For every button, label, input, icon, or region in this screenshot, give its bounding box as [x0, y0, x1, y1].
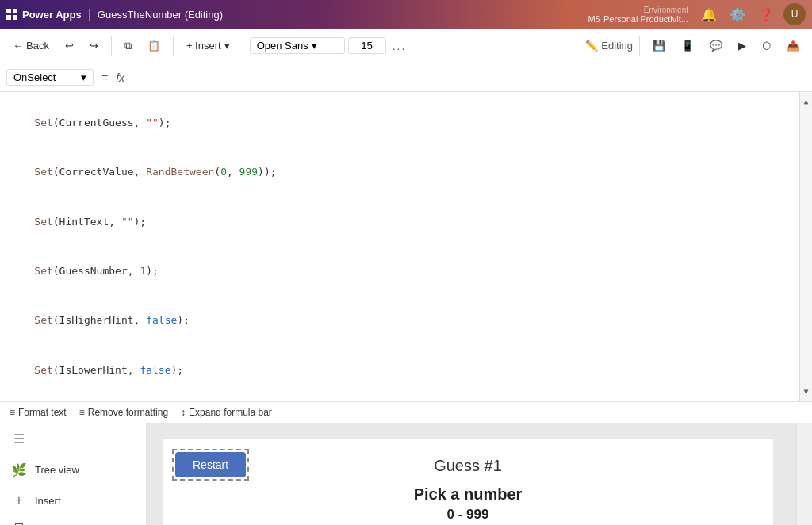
remove-formatting-label: Remove formatting: [88, 407, 168, 418]
code-toolbar: ≡ Format text ≡ Remove formatting ↕ Expa…: [0, 402, 812, 423]
undo-button[interactable]: ↩: [59, 36, 80, 55]
code-scrollbar: ▲ ▼: [799, 92, 812, 401]
paste-icon: 📋: [147, 40, 160, 52]
insert-chevron-icon: ▾: [224, 40, 230, 52]
env-label: Environment: [588, 6, 688, 14]
insert-icon: +: [11, 493, 27, 508]
font-name: Open Sans: [257, 40, 308, 52]
top-bar: Power Apps | GuessTheNumber (Editing) En…: [0, 0, 812, 29]
avatar[interactable]: U: [783, 3, 806, 25]
formula-selector-value: OnSelect: [13, 71, 56, 83]
help-icon[interactable]: ❓: [755, 3, 777, 25]
formula-bar: OnSelect ▾ = fx: [0, 63, 812, 92]
font-chevron-icon: ▾: [312, 40, 317, 52]
env-name: MS Personal Productivit...: [588, 14, 688, 24]
top-bar-right: Environment MS Personal Productivit... 🔔…: [588, 3, 806, 25]
grid-icon: [6, 9, 17, 20]
editing-badge: ✏️ Editing: [585, 40, 633, 52]
title-separator: |: [88, 7, 91, 21]
play-button[interactable]: ▶: [732, 36, 753, 55]
sep2: [173, 36, 174, 56]
format-text-label: Format text: [18, 407, 67, 418]
pick-number-label: Pick a number: [163, 485, 773, 504]
toolbar-right: ✏️ Editing 💾 📱 💬 ▶ ⬡ 📤: [585, 36, 806, 56]
settings-icon[interactable]: ⚙️: [726, 3, 749, 25]
code-line-1: Set(CurrentGuess, "");: [10, 98, 796, 148]
sidebar: ☰ 🌿 Tree view + Insert 🗄 Data 🖼 Media ⚡ …: [0, 423, 147, 525]
top-bar-icons: 🔔 ⚙️ ❓ U: [698, 3, 806, 25]
code-line-4: Set(GuessNumber, 1);: [10, 247, 796, 296]
code-line-3: Set(HintText, "");: [10, 197, 796, 247]
sidebar-label-insert: Insert: [35, 495, 61, 507]
expand-formula-button[interactable]: ↕ Expand formula bar: [181, 405, 272, 420]
equals-sign: =: [98, 71, 111, 84]
sep4: [639, 36, 640, 56]
guess-title: Guess #1: [163, 457, 773, 475]
canvas-area: Restart Guess #1 Pick a number 0 - 999 7…: [147, 423, 812, 525]
redo-icon: ↪: [90, 40, 98, 52]
sidebar-label-tree-view: Tree view: [35, 464, 79, 476]
more-options[interactable]: ...: [389, 36, 410, 56]
format-text-button[interactable]: ≡ Format text: [10, 405, 67, 420]
sep3: [243, 36, 243, 56]
code-editor[interactable]: Set(CurrentGuess, ""); Set(CorrectValue,…: [0, 92, 812, 402]
fx-symbol: fx: [116, 71, 124, 84]
canvas-surface[interactable]: Restart Guess #1 Pick a number 0 - 999 7…: [163, 439, 773, 525]
sidebar-item-hamburger[interactable]: ☰: [0, 423, 146, 454]
project-title: GuessTheNumber (Editing): [98, 9, 223, 21]
insert-label: + Insert: [186, 40, 221, 52]
environment-info: Environment MS Personal Productivit...: [588, 6, 688, 24]
code-line-2: Set(CorrectValue, RandBetween(0, 999));: [10, 148, 796, 197]
sidebar-item-tree-view[interactable]: 🌿 Tree view: [0, 454, 146, 485]
share-button[interactable]: ⬡: [756, 36, 777, 55]
phone-preview-button[interactable]: 📱: [675, 36, 700, 55]
app-name: Power Apps: [22, 9, 82, 21]
redo-button[interactable]: ↪: [83, 36, 105, 55]
insert-button[interactable]: + Insert ▾: [180, 36, 236, 55]
paste-button[interactable]: 📋: [141, 36, 167, 55]
pencil-icon: ✏️: [585, 40, 598, 52]
expand-formula-icon: ↕: [181, 407, 186, 418]
tree-view-icon: 🌿: [11, 462, 27, 477]
expand-formula-label: Expand formula bar: [189, 407, 272, 418]
remove-formatting-button[interactable]: ≡ Remove formatting: [79, 405, 168, 420]
editing-label: Editing: [601, 40, 633, 52]
font-selector[interactable]: Open Sans ▾: [250, 37, 345, 54]
copy-button[interactable]: ⧉: [118, 36, 138, 56]
formula-selector[interactable]: OnSelect ▾: [6, 69, 94, 86]
format-text-icon: ≡: [10, 407, 15, 418]
code-line-6: Set(IsLowerHint, false);: [10, 346, 796, 395]
hamburger-icon: ☰: [11, 431, 27, 446]
copy-icon: ⧉: [124, 40, 132, 52]
save-button[interactable]: 💾: [646, 36, 672, 55]
scroll-down-icon[interactable]: ▼: [800, 382, 811, 401]
sidebar-item-data[interactable]: 🗄 Data: [0, 515, 146, 525]
back-arrow-icon: ←: [13, 40, 23, 52]
notification-icon[interactable]: 🔔: [698, 3, 720, 25]
scroll-up-icon[interactable]: ▲: [800, 92, 811, 111]
code-line-5: Set(IsHigherHint, false);: [10, 297, 796, 346]
app-logo: Power Apps: [6, 9, 82, 21]
sidebar-item-insert[interactable]: + Insert: [0, 485, 146, 515]
selector-chevron-icon: ▾: [81, 71, 86, 83]
back-label: Back: [26, 40, 49, 52]
publish-button[interactable]: 📤: [780, 36, 806, 55]
toolbar: ← Back ↩ ↪ ⧉ 📋 + Insert ▾ Open Sans ▾ ..…: [0, 29, 812, 63]
font-size-input[interactable]: [348, 37, 386, 54]
remove-formatting-icon: ≡: [79, 407, 85, 418]
comment-button[interactable]: 💬: [703, 36, 729, 55]
sep1: [111, 36, 112, 56]
undo-icon: ↩: [65, 40, 74, 52]
back-button[interactable]: ← Back: [6, 36, 56, 55]
main-layout: ☰ 🌿 Tree view + Insert 🗄 Data 🖼 Media ⚡ …: [0, 423, 812, 525]
range-label: 0 - 999: [163, 507, 773, 523]
side-panel: BUTTON: [796, 423, 812, 525]
